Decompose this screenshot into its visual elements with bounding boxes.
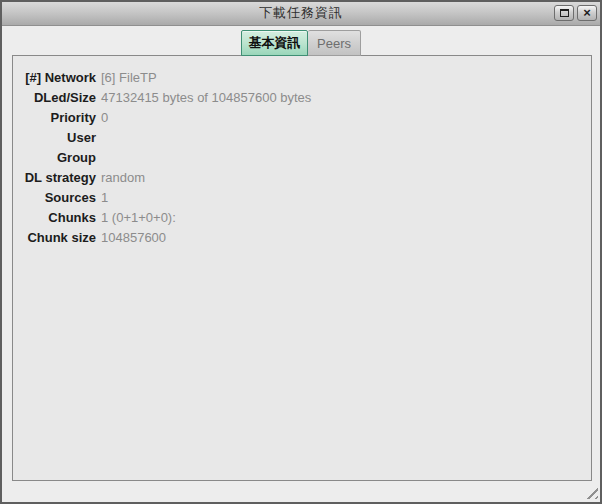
info-value: 104857600 xyxy=(101,228,591,248)
window-controls: × xyxy=(554,5,597,21)
maximize-button[interactable] xyxy=(554,5,574,21)
info-row-dl-strategy: DL strategy random xyxy=(13,168,591,188)
info-value xyxy=(101,128,591,148)
tab-bar: 基本資訊 Peers xyxy=(2,30,600,56)
info-row-dled-size: DLed/Size 47132415 bytes of 104857600 by… xyxy=(13,88,591,108)
info-label: DLed/Size xyxy=(13,88,96,108)
info-label: Chunks xyxy=(13,208,96,228)
info-row-network: [#] Network [6] FileTP xyxy=(13,68,591,88)
info-label: Sources xyxy=(13,188,96,208)
tab-peers[interactable]: Peers xyxy=(308,30,361,56)
info-panel: [#] Network [6] FileTP DLed/Size 4713241… xyxy=(12,55,592,481)
info-value: 0 xyxy=(101,108,591,128)
dialog-body: 基本資訊 Peers [#] Network [6] FileTP DLed/S… xyxy=(2,26,600,500)
info-value: [6] FileTP xyxy=(101,68,591,88)
info-value: 1 xyxy=(101,188,591,208)
tab-basic-info[interactable]: 基本資訊 xyxy=(241,30,308,56)
info-label: Chunk size xyxy=(13,228,96,248)
info-row-sources: Sources 1 xyxy=(13,188,591,208)
info-label: Priority xyxy=(13,108,96,128)
maximize-icon xyxy=(560,9,569,17)
info-row-group: Group xyxy=(13,148,591,168)
info-value: 1 (0+1+0+0): xyxy=(101,208,591,228)
info-label: DL strategy xyxy=(13,168,96,188)
close-button[interactable]: × xyxy=(577,5,597,21)
info-row-user: User xyxy=(13,128,591,148)
info-value: random xyxy=(101,168,591,188)
info-label: Group xyxy=(13,148,96,168)
info-label: User xyxy=(13,128,96,148)
info-row-chunk-size: Chunk size 104857600 xyxy=(13,228,591,248)
info-value: 47132415 bytes of 104857600 bytes xyxy=(101,88,591,108)
titlebar[interactable]: 下載任務資訊 × xyxy=(2,2,600,26)
resize-grip-icon[interactable] xyxy=(584,485,598,499)
close-icon: × xyxy=(583,6,591,19)
info-label: [#] Network xyxy=(13,68,96,88)
info-row-priority: Priority 0 xyxy=(13,108,591,128)
info-row-chunks: Chunks 1 (0+1+0+0): xyxy=(13,208,591,228)
download-task-info-dialog: 下載任務資訊 × 基本資訊 Peers [#] Network [6] File… xyxy=(0,0,602,504)
window-title: 下載任務資訊 xyxy=(2,2,600,24)
info-value xyxy=(101,148,591,168)
